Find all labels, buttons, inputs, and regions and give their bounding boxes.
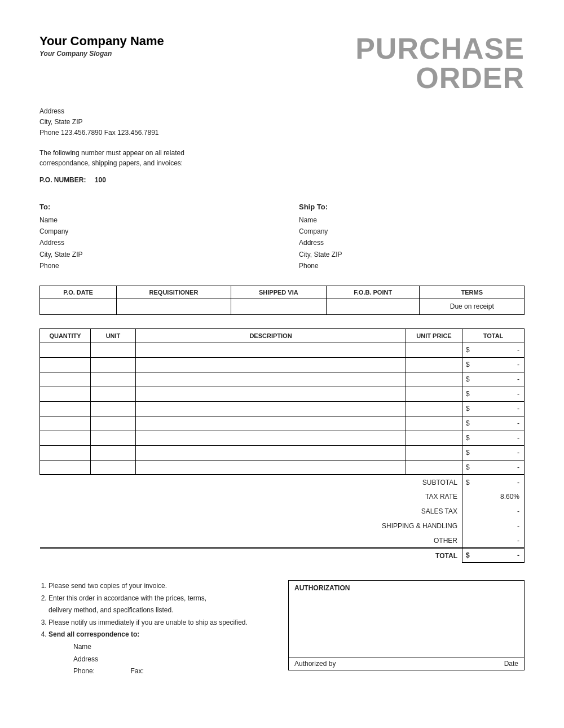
cell-desc [136, 401, 406, 416]
address-line1: Address [39, 106, 525, 117]
cell-desc [136, 416, 406, 431]
notice-text: The following number must appear on all … [39, 148, 525, 168]
corr-address: Address [73, 654, 275, 666]
cell-desc [136, 372, 406, 387]
col-po-date: P.O. DATE [40, 286, 117, 299]
to-phone: Phone [39, 260, 265, 271]
sum-label: SUBTOTAL [40, 475, 462, 489]
header: Your Company Name Your Company Slogan PU… [39, 34, 525, 93]
cell-total: - [475, 372, 525, 387]
cell-desc [136, 387, 406, 401]
table-row: $ - [40, 445, 525, 460]
info-fob-point [326, 299, 420, 314]
sum-dollar: $ [462, 475, 475, 489]
cell-total: - [475, 416, 525, 431]
summary-row: SUBTOTAL $ - [40, 475, 525, 489]
cell-unit-price [406, 343, 462, 357]
company-block: Your Company Name Your Company Slogan [39, 34, 164, 58]
to-address: Address [39, 237, 265, 248]
cell-dollar: $ [462, 416, 475, 431]
authorization-box: AUTHORIZATION Authorized by Date [288, 580, 525, 670]
info-requisitioner [117, 299, 231, 314]
cell-unit-price [406, 445, 462, 460]
col-description: DESCRIPTION [136, 328, 406, 343]
cell-qty [40, 357, 91, 372]
cell-total: - [475, 445, 525, 460]
cell-unit [91, 401, 136, 416]
summary-row: SALES TAX - [40, 504, 525, 519]
fax-label: Fax: [130, 667, 143, 675]
note-3: Please notify us immediately if you are … [49, 617, 275, 629]
cell-dollar: $ [462, 460, 475, 475]
col-quantity: QUANTITY [40, 328, 91, 343]
info-table: P.O. DATE REQUISITIONER SHIPPED VIA F.O.… [39, 286, 525, 315]
sum-label: TOTAL [40, 548, 462, 563]
sum-dollar [462, 533, 475, 548]
sum-label: SHIPPING & HANDLING [40, 519, 462, 533]
cell-dollar: $ [462, 343, 475, 357]
ship-to-block: Ship To: Name Company Address City, Stat… [299, 201, 525, 272]
cell-qty [40, 343, 91, 357]
sum-value: - [475, 475, 525, 489]
summary-row: TAX RATE 8.60% [40, 489, 525, 504]
sum-value: - [475, 548, 525, 563]
cell-unit [91, 416, 136, 431]
authorized-by-label: Authorized by [294, 660, 336, 668]
to-label: To: [39, 201, 265, 213]
table-row: $ - [40, 431, 525, 445]
sum-label: SALES TAX [40, 504, 462, 519]
summary-row: SHIPPING & HANDLING - [40, 519, 525, 533]
table-row: $ - [40, 460, 525, 475]
po-title-line1: PURCHASE [355, 34, 525, 63]
cell-qty [40, 416, 91, 431]
cell-unit-price [406, 372, 462, 387]
company-address: Address City, State ZIP Phone 123.456.78… [39, 106, 525, 139]
ship-to-address: Address [299, 237, 525, 248]
send-all-label: Send all correspondence to: [49, 630, 139, 638]
po-number-label: P.O. NUMBER: [39, 176, 86, 184]
info-shipped-via [231, 299, 326, 314]
corr-name: Name [73, 641, 275, 654]
cell-qty [40, 431, 91, 445]
table-row: $ - [40, 387, 525, 401]
col-shipped-via: SHIPPED VIA [231, 286, 326, 299]
cell-dollar: $ [462, 445, 475, 460]
note-2: Enter this order in accordance with the … [49, 593, 275, 617]
summary-row: OTHER - [40, 533, 525, 548]
auth-title: AUTHORIZATION [289, 581, 524, 595]
cell-dollar: $ [462, 387, 475, 401]
sum-value: - [475, 533, 525, 548]
po-number-value: 100 [95, 176, 106, 184]
ship-to-city-state-zip: City, State ZIP [299, 249, 525, 260]
table-row: $ - [40, 357, 525, 372]
cell-desc [136, 343, 406, 357]
cell-unit-price [406, 357, 462, 372]
address-line2: City, State ZIP [39, 117, 525, 128]
date-label: Date [504, 660, 518, 668]
bottom-section: Please send two copies of your invoice. … [39, 580, 525, 678]
note-4: Send all correspondence to: [49, 629, 275, 641]
cell-unit-price [406, 387, 462, 401]
notice-line2: correspondance, shipping papers, and inv… [39, 158, 525, 168]
to-city-state-zip: City, State ZIP [39, 249, 265, 260]
cell-unit-price [406, 401, 462, 416]
cell-qty [40, 460, 91, 475]
phone-label: Phone: [73, 667, 95, 675]
address-line3: Phone 123.456.7890 Fax 123.456.7891 [39, 128, 525, 138]
notes-list: Please send two copies of your invoice. … [39, 580, 275, 641]
col-terms: TERMS [420, 286, 525, 299]
col-unit: UNIT [91, 328, 136, 343]
cell-unit [91, 357, 136, 372]
sum-label: OTHER [40, 533, 462, 548]
col-total: TOTAL [462, 328, 525, 343]
sum-value: 8.60% [475, 489, 525, 504]
to-company: Company [39, 226, 265, 237]
cell-dollar: $ [462, 372, 475, 387]
cell-dollar: $ [462, 401, 475, 416]
ship-to-phone: Phone [299, 260, 525, 271]
summary-row: TOTAL $ - [40, 548, 525, 563]
info-terms: Due on receipt [420, 299, 525, 314]
cell-total: - [475, 357, 525, 372]
ship-to-name: Name [299, 214, 525, 226]
company-name: Your Company Name [39, 34, 164, 49]
